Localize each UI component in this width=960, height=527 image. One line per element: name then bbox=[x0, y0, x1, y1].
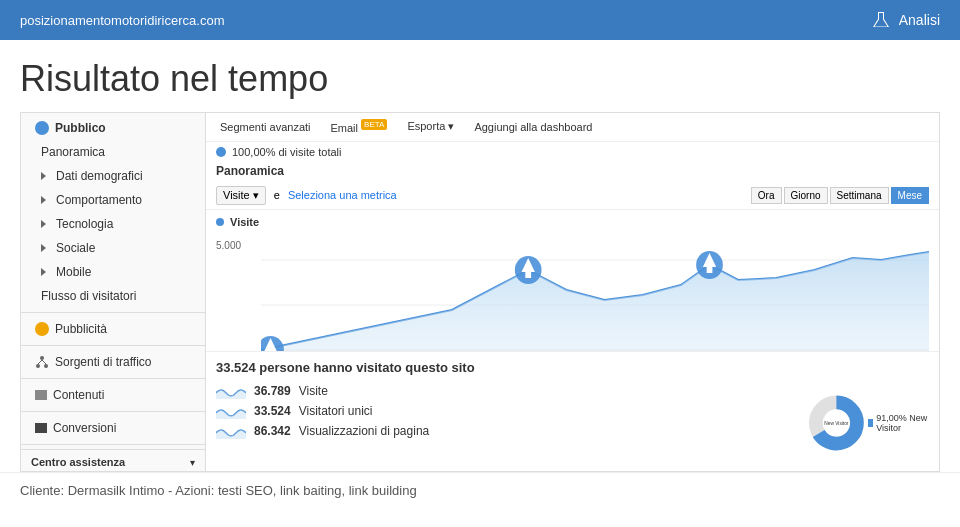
header: posizionamentomotoridiricerca.com Analis… bbox=[0, 0, 960, 40]
stats-grid: 36.789 Visite 33.524 Visitatori unici bbox=[216, 383, 929, 463]
sidebar-item-dati-demografici[interactable]: Dati demografici bbox=[21, 164, 205, 188]
pubblicita-icon bbox=[35, 322, 49, 336]
sidebar-divider-5 bbox=[21, 444, 205, 445]
dati-demografici-label: Dati demografici bbox=[56, 169, 143, 183]
sidebar-item-conversioni[interactable]: Conversioni bbox=[21, 416, 205, 440]
sorgenti-icon bbox=[35, 355, 49, 369]
stat-wave-1 bbox=[216, 403, 246, 419]
sidebar-help-section: Centro assistenza ▾ Il rapporto Panorami… bbox=[21, 449, 205, 471]
e-label: e bbox=[274, 189, 280, 201]
donut-label: 91,00% New Visitor bbox=[876, 413, 929, 433]
stats-title: 33.524 persone hanno visitato questo sit… bbox=[216, 360, 929, 375]
controls-left: Visite e Seleziona una metrica bbox=[216, 186, 397, 205]
stat-label-2: Visualizzazioni di pagina bbox=[299, 424, 430, 438]
arrow-right-icon bbox=[41, 220, 46, 228]
svg-rect-13 bbox=[707, 267, 713, 273]
time-btn-settimana[interactable]: Settimana bbox=[830, 187, 889, 204]
donut-chart: New Visitor bbox=[809, 383, 864, 463]
panel-panoramica-label: Panoramica bbox=[206, 162, 939, 182]
sidebar-divider-4 bbox=[21, 411, 205, 412]
dashboard-button[interactable]: Aggiungi alla dashboard bbox=[470, 119, 596, 135]
stat-value-0: 36.789 bbox=[254, 384, 291, 398]
page-title: Risultato nel tempo bbox=[20, 58, 940, 100]
stats-right: New Visitor 91,00% New Visitor bbox=[809, 383, 929, 463]
sidebar-item-mobile[interactable]: Mobile bbox=[21, 260, 205, 284]
pct-label: 100,00% di visite totali bbox=[232, 146, 341, 158]
conversioni-icon bbox=[35, 423, 47, 433]
pct-bar: 100,00% di visite totali bbox=[206, 142, 939, 162]
stat-value-2: 86.342 bbox=[254, 424, 291, 438]
tecnologia-label: Tecnologia bbox=[56, 217, 113, 231]
time-btn-mese[interactable]: Mese bbox=[891, 187, 929, 204]
sidebar-item-comportamento[interactable]: Comportamento bbox=[21, 188, 205, 212]
centro-assistenza-label: Centro assistenza bbox=[31, 456, 125, 468]
svg-point-0 bbox=[40, 356, 44, 360]
visite-select[interactable]: Visite bbox=[216, 186, 266, 205]
stat-label-1: Visitatori unici bbox=[299, 404, 373, 418]
sociale-label: Sociale bbox=[56, 241, 95, 255]
sidebar-item-flusso[interactable]: Flusso di visitatori bbox=[21, 284, 205, 308]
panoramica-label: Panoramica bbox=[41, 145, 105, 159]
contenuti-label: Contenuti bbox=[53, 388, 104, 402]
metrica-link[interactable]: Seleziona una metrica bbox=[288, 189, 397, 201]
arrow-right-icon bbox=[41, 268, 46, 276]
arrow-right-icon bbox=[41, 172, 46, 180]
stats-left: 36.789 Visite 33.524 Visitatori unici bbox=[216, 383, 809, 463]
stat-wave-2 bbox=[216, 423, 246, 439]
stat-value-1: 33.524 bbox=[254, 404, 291, 418]
email-button[interactable]: Email BETA bbox=[327, 118, 392, 136]
beta-badge: BETA bbox=[361, 119, 387, 130]
svg-line-4 bbox=[42, 360, 46, 364]
controls-right: Ora Giorno Settimana Mese bbox=[751, 187, 929, 204]
mobile-label: Mobile bbox=[56, 265, 91, 279]
flusso-label: Flusso di visitatori bbox=[41, 289, 136, 303]
sidebar: Pubblico Panoramica Dati demografici Com… bbox=[21, 113, 206, 471]
main-content: Pubblico Panoramica Dati demografici Com… bbox=[20, 112, 940, 472]
segmenti-button[interactable]: Segmenti avanzati bbox=[216, 119, 315, 135]
sidebar-item-sociale[interactable]: Sociale bbox=[21, 236, 205, 260]
conversioni-label: Conversioni bbox=[53, 421, 116, 435]
footer-text: Cliente: Dermasilk Intimo - Azioni: test… bbox=[20, 483, 417, 498]
analytics-label: Analisi bbox=[899, 12, 940, 28]
footer: Cliente: Dermasilk Intimo - Azioni: test… bbox=[0, 472, 960, 508]
page-title-section: Risultato nel tempo bbox=[0, 40, 960, 112]
time-btn-ora[interactable]: Ora bbox=[751, 187, 782, 204]
sidebar-item-panoramica[interactable]: Panoramica bbox=[21, 140, 205, 164]
stat-wave-0 bbox=[216, 383, 246, 399]
chart-svg-container bbox=[261, 230, 929, 351]
sidebar-item-contenuti[interactable]: Contenuti bbox=[21, 383, 205, 407]
pct-dot bbox=[216, 147, 226, 157]
stat-label-0: Visite bbox=[299, 384, 328, 398]
sidebar-item-tecnologia[interactable]: Tecnologia bbox=[21, 212, 205, 236]
contenuti-icon bbox=[35, 390, 47, 400]
stat-row-0: 36.789 Visite bbox=[216, 383, 809, 399]
sorgenti-label: Sorgenti di traffico bbox=[55, 355, 152, 369]
chart-y-labels: 5.000 3.000 bbox=[216, 240, 241, 351]
chart-area: Visite 5.000 3.000 bbox=[206, 210, 939, 351]
time-btn-giorno[interactable]: Giorno bbox=[784, 187, 828, 204]
sidebar-item-pubblicita[interactable]: Pubblicità bbox=[21, 317, 205, 341]
chart-label: Visite bbox=[216, 216, 929, 228]
chart-series-label: Visite bbox=[230, 216, 259, 228]
sidebar-divider-2 bbox=[21, 345, 205, 346]
pubblico-icon bbox=[35, 121, 49, 135]
sidebar-item-sorgenti[interactable]: Sorgenti di traffico bbox=[21, 350, 205, 374]
esporta-button[interactable]: Esporta bbox=[403, 118, 458, 135]
header-right: Analisi bbox=[871, 10, 940, 30]
svg-point-1 bbox=[36, 364, 40, 368]
y-label-0: 5.000 bbox=[216, 240, 241, 251]
sidebar-item-pubblico[interactable]: Pubblico bbox=[21, 113, 205, 140]
controls-row: Visite e Seleziona una metrica Ora Giorn… bbox=[206, 182, 939, 210]
stat-row-1: 33.524 Visitatori unici bbox=[216, 403, 809, 419]
svg-line-3 bbox=[38, 360, 42, 364]
flask-icon bbox=[871, 10, 891, 30]
site-title: posizionamentomotoridiricerca.com bbox=[20, 13, 224, 28]
pubblicita-label: Pubblicità bbox=[55, 322, 107, 336]
chart-dot bbox=[216, 218, 224, 226]
stats-section: 33.524 persone hanno visitato questo sit… bbox=[206, 351, 939, 471]
help-collapse-icon[interactable]: ▾ bbox=[190, 457, 195, 468]
sidebar-pubblico-label: Pubblico bbox=[55, 121, 106, 135]
svg-text:New Visitor: New Visitor bbox=[824, 421, 848, 426]
svg-rect-10 bbox=[525, 272, 531, 278]
chart-svg bbox=[261, 230, 929, 351]
